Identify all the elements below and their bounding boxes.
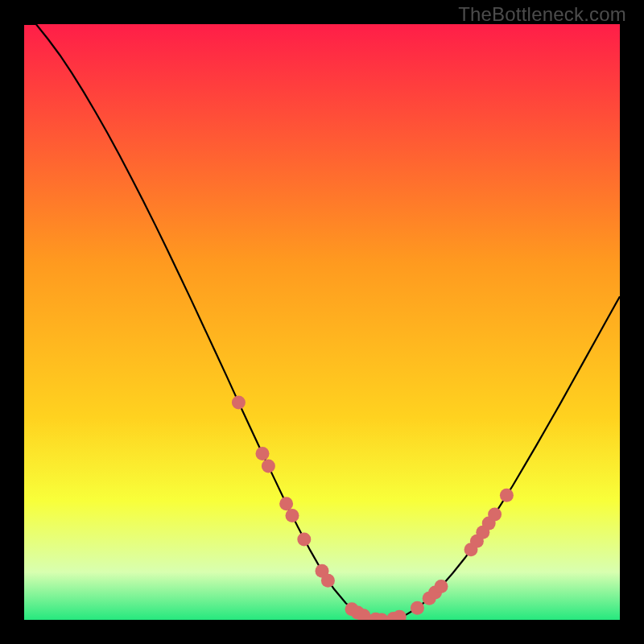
data-point — [256, 447, 270, 460]
data-point — [500, 489, 514, 502]
data-point — [321, 574, 335, 588]
data-point — [297, 533, 311, 547]
bottleneck-chart — [24, 24, 620, 620]
data-point — [286, 509, 299, 522]
chart-frame: TheBottleneck.com — [0, 0, 644, 644]
data-point — [435, 580, 448, 593]
data-point — [232, 395, 246, 409]
watermark-text: TheBottleneck.com — [458, 3, 626, 26]
data-point — [411, 601, 424, 615]
data-point — [279, 497, 293, 510]
gradient-background — [24, 24, 620, 620]
data-point — [488, 508, 502, 522]
data-point — [262, 460, 275, 473]
